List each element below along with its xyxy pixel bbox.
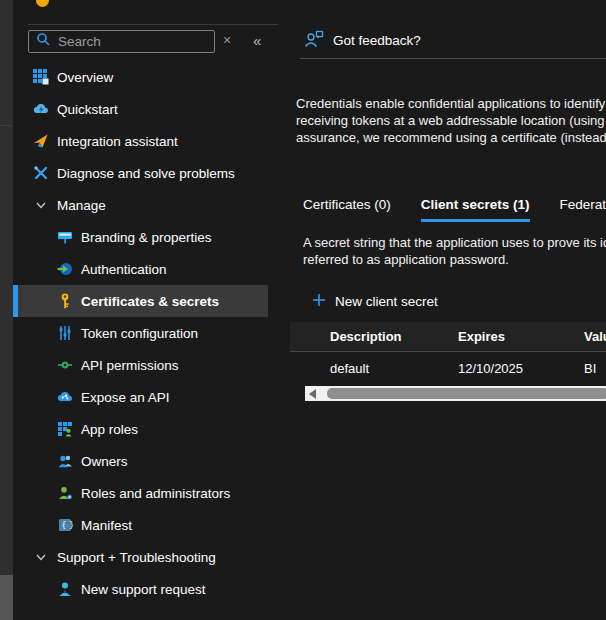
sidebar-item-label: Quickstart [57, 102, 118, 117]
feedback-icon [304, 30, 324, 51]
rail-scrollbar-thumb[interactable] [0, 575, 13, 620]
sidebar-item-label: Manifest [81, 518, 132, 533]
expose-api-icon [57, 389, 73, 405]
sidebar-item-label: Roles and administrators [81, 486, 230, 501]
scroll-left-arrow-icon[interactable] [309, 389, 316, 399]
sidebar-item-owners[interactable]: Owners [13, 445, 268, 477]
diagnose-icon [33, 165, 49, 181]
horizontal-scrollbar[interactable] [305, 386, 606, 401]
support-request-icon [57, 581, 73, 597]
sidebar-item-integration-assistant[interactable]: Integration assistant [13, 125, 268, 157]
search-icon [36, 32, 51, 51]
sidebar-group-label: Support + Troubleshooting [57, 550, 216, 565]
got-feedback-button[interactable]: Got feedback? [304, 30, 421, 51]
azure-app-registration-blade: Search × « Overview Quickstart I [0, 0, 606, 620]
desc-line: referred to as application password. [303, 251, 606, 268]
sidebar-group-support-troubleshooting[interactable]: Support + Troubleshooting [13, 541, 268, 573]
roles-admins-icon [57, 485, 73, 501]
intro-line: receiving tokens at a web addressable lo… [296, 112, 606, 129]
sidebar-item-manifest[interactable]: { } Manifest [13, 509, 268, 541]
client-secret-description: A secret string that the application use… [303, 234, 606, 268]
new-client-secret-label: New client secret [335, 294, 438, 309]
sidebar-item-label: API permissions [81, 358, 179, 373]
sidebar-item-branding[interactable]: Branding & properties [13, 221, 268, 253]
left-rail [0, 0, 13, 620]
sidebar-item-token-configuration[interactable]: Token configuration [13, 317, 268, 349]
token-configuration-icon [57, 325, 73, 341]
credential-tabs: Certificates (0) Client secrets (1) Fede… [303, 197, 606, 222]
sidebar-item-label: Certificates & secrets [81, 294, 219, 309]
search-input[interactable]: Search [28, 30, 215, 53]
cell-value: BI [584, 361, 606, 376]
sidebar-item-label: Expose an API [81, 390, 170, 405]
sidebar-item-label: App roles [81, 422, 138, 437]
intro-line: Credentials enable confidential applicat… [296, 95, 606, 112]
manifest-icon: { } [57, 517, 73, 533]
owners-icon [57, 453, 73, 469]
sidebar-item-expose-api[interactable]: Expose an API [13, 381, 268, 413]
sidebar-item-diagnose[interactable]: Diagnose and solve problems [13, 157, 268, 189]
blade-sidebar: Search × « Overview Quickstart I [13, 0, 290, 620]
column-header-description[interactable]: Description [290, 329, 458, 344]
sidebar-item-label: Authentication [81, 262, 167, 277]
intro-line: assurance, we recommend using a certific… [296, 129, 606, 146]
sidebar-item-label: Token configuration [81, 326, 198, 341]
column-header-value[interactable]: Value [584, 329, 606, 344]
sidebar-item-certificates-secrets[interactable]: Certificates & secrets [13, 285, 268, 317]
table-header-row: Description Expires Value [290, 322, 606, 352]
sidebar-nav: Overview Quickstart Integration assistan… [13, 61, 268, 605]
sidebar-item-label: Overview [57, 70, 113, 85]
sidebar-collapse-icon[interactable]: « [253, 32, 261, 49]
sidebar-item-label: Owners [81, 454, 128, 469]
tab-client-secrets[interactable]: Client secrets (1) [421, 197, 530, 222]
cell-expires: 12/10/2025 [458, 361, 584, 376]
sidebar-item-app-roles[interactable]: App roles [13, 413, 268, 445]
sidebar-item-authentication[interactable]: Authentication [13, 253, 268, 285]
got-feedback-label: Got feedback? [333, 33, 421, 48]
scrollbar-thumb[interactable] [327, 388, 606, 399]
sidebar-item-new-support-request[interactable]: New support request [13, 573, 268, 605]
app-roles-icon [57, 421, 73, 437]
sidebar-top-divider [28, 24, 278, 25]
sidebar-item-label: New support request [81, 582, 206, 597]
column-header-expires[interactable]: Expires [458, 329, 584, 344]
cell-description: default [290, 361, 458, 376]
sidebar-item-quickstart[interactable]: Quickstart [13, 93, 268, 125]
sidebar-group-label: Manage [57, 198, 106, 213]
rail-divider [0, 125, 13, 126]
desc-line: A secret string that the application use… [303, 234, 606, 251]
sidebar-group-manage[interactable]: Manage [13, 189, 268, 221]
sidebar-item-label: Diagnose and solve problems [57, 166, 235, 181]
svg-text:{ }: { } [61, 520, 73, 530]
new-client-secret-button[interactable]: New client secret [312, 293, 438, 310]
authentication-icon [57, 261, 73, 277]
chevron-down-icon [33, 549, 49, 565]
search-placeholder: Search [58, 34, 101, 49]
api-permissions-icon [57, 357, 73, 373]
integration-assistant-icon [33, 133, 49, 149]
client-secrets-table: Description Expires Value default 12/10/… [290, 322, 606, 385]
sidebar-item-label: Branding & properties [81, 230, 212, 245]
overview-icon [33, 69, 49, 85]
branding-icon [57, 229, 73, 245]
table-row[interactable]: default 12/10/2025 BI [290, 352, 606, 385]
tab-certificates[interactable]: Certificates (0) [303, 197, 391, 222]
tab-federated-credentials[interactable]: Federated credentials [560, 197, 606, 222]
sidebar-item-api-permissions[interactable]: API permissions [13, 349, 268, 381]
main-content: Got feedback? Credentials enable confide… [290, 0, 606, 620]
toolbar-divider [300, 58, 606, 59]
credentials-intro-text: Credentials enable confidential applicat… [296, 95, 606, 146]
sidebar-item-label: Integration assistant [57, 134, 178, 149]
chevron-down-icon [33, 197, 49, 213]
search-clear-icon[interactable]: × [223, 32, 231, 48]
sidebar-item-overview[interactable]: Overview [13, 61, 268, 93]
quickstart-icon [33, 101, 49, 117]
key-icon [57, 293, 73, 309]
plus-icon [312, 293, 326, 310]
sidebar-item-roles-administrators[interactable]: Roles and administrators [13, 477, 268, 509]
